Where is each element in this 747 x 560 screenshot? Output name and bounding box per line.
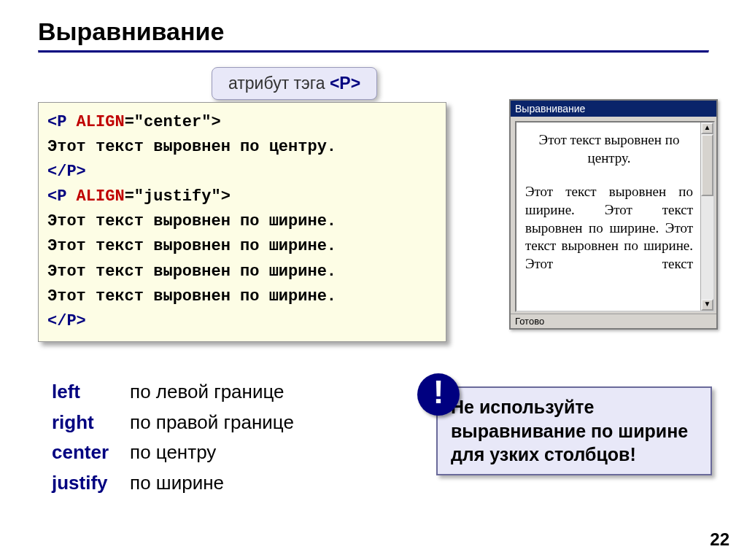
code-attr-val: ="justify"> (125, 187, 231, 206)
code-example: <P ALIGN="center"> Этот текст выровнен п… (38, 102, 446, 342)
align-key: right (51, 408, 128, 438)
callout-tag: <P> (330, 74, 360, 93)
align-values-table: leftпо левой границе rightпо правой гран… (50, 376, 296, 499)
warning-box: Не используйте выравнивание по ширине дл… (436, 386, 712, 475)
browser-content: Этот текст выровнен по центру. Этот текс… (516, 122, 700, 311)
table-row: leftпо левой границе (51, 378, 295, 407)
align-desc: по ширине (129, 469, 295, 498)
warning-text: Не используйте выравнивание по ширине дл… (451, 397, 688, 464)
code-attr: ALIGN (77, 187, 125, 206)
rendered-justify-paragraph: Этот текст выровнен по ширине. Этот текс… (525, 183, 693, 273)
code-line: <P ALIGN="center"> (47, 110, 437, 135)
align-key: left (51, 378, 128, 407)
align-desc: по левой границе (129, 378, 295, 407)
table-row: justifyпо ширине (51, 469, 295, 498)
align-key: justify (51, 469, 128, 498)
align-key: center (51, 438, 128, 467)
code-line: Этот текст выровнен по ширине. (47, 260, 437, 284)
code-tag-open: <P (47, 113, 77, 131)
callout-prefix: атрибут тэга (228, 74, 330, 93)
browser-statusbar: Готово (511, 314, 716, 328)
browser-titlebar: Выравнивание (511, 101, 716, 117)
table-row: rightпо правой границе (51, 408, 295, 438)
browser-window: Выравнивание Этот текст выровнен по цент… (509, 99, 718, 330)
code-line: </P> (47, 309, 437, 334)
page-title: Выравнивание (38, 18, 709, 46)
attribute-callout: атрибут тэга <P> (212, 67, 377, 100)
scroll-down-button[interactable]: ▼ (701, 299, 713, 311)
scroll-track[interactable] (701, 134, 713, 299)
align-desc: по правой границе (129, 408, 295, 438)
code-line: Этот текст выровнен по ширине. (47, 234, 437, 259)
code-attr-val: ="center"> (125, 113, 221, 131)
code-line: </P> (47, 160, 437, 184)
align-desc: по центру (129, 438, 295, 467)
browser-viewport: Этот текст выровнен по центру. Этот текс… (515, 121, 715, 312)
code-tag-close: </P> (47, 312, 86, 330)
page-number: 22 (710, 529, 729, 550)
scrollbar[interactable]: ▲ ▼ (700, 122, 713, 311)
table-row: centerпо центру (51, 438, 295, 467)
title-rule (38, 50, 709, 53)
code-attr: ALIGN (77, 113, 125, 131)
rendered-center-paragraph: Этот текст выровнен по центру. (525, 131, 693, 167)
code-line: Этот текст выровнен по центру. (47, 135, 437, 160)
scroll-up-button[interactable]: ▲ (701, 122, 713, 134)
scroll-thumb[interactable] (701, 134, 713, 196)
code-tag-close: </P> (47, 163, 86, 181)
warning-icon: ! (417, 373, 460, 416)
code-line: Этот текст выровнен по ширине. (47, 209, 437, 234)
code-line: Этот текст выровнен по ширине. (47, 284, 437, 309)
code-tag-open: <P (47, 187, 77, 206)
code-line: <P ALIGN="justify"> (47, 184, 437, 209)
